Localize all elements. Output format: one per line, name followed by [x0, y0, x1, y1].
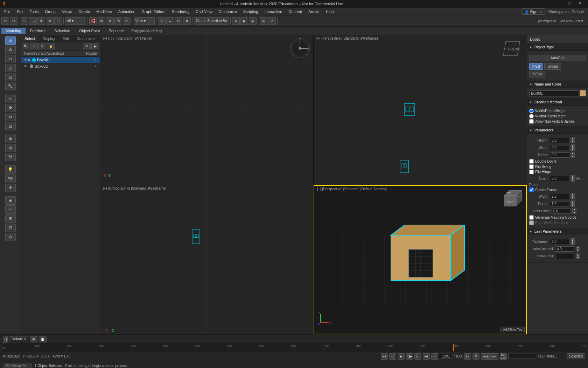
- menu-rendering[interactable]: Rendering: [169, 9, 192, 14]
- generate-mapping-checkbox[interactable]: [529, 215, 534, 220]
- maximize-btn[interactable]: □: [565, 1, 575, 7]
- frame-input[interactable]: [439, 354, 453, 359]
- realworld-map-checkbox[interactable]: [529, 220, 534, 225]
- rotate-btn[interactable]: ↻: [46, 17, 54, 25]
- double-doors-checkbox[interactable]: [529, 159, 534, 164]
- tab-object-paint[interactable]: Object Paint: [75, 28, 104, 34]
- height-up-btn[interactable]: ▲: [570, 137, 575, 140]
- view-dropdown[interactable]: View ▾: [134, 17, 155, 25]
- scene-new-btn[interactable]: ✕: [38, 43, 46, 49]
- next-frame-btn[interactable]: ▷: [414, 353, 421, 360]
- add-time-tag-btn[interactable]: Add Time Tag: [500, 327, 525, 332]
- render-btn[interactable]: ▶: [240, 17, 248, 25]
- frame-prev-btn[interactable]: ◁: [431, 353, 438, 360]
- mirror-btn[interactable]: ⫠: [166, 17, 174, 25]
- width-input[interactable]: [550, 145, 569, 150]
- viewport-ortho[interactable]: [+] [Orthographic] [Standard] [Wireframe…: [100, 185, 313, 335]
- tab-selection[interactable]: Selection: [50, 28, 74, 34]
- menu-animation[interactable]: Animation: [115, 9, 138, 14]
- height-input[interactable]: [550, 138, 569, 143]
- menu-edit[interactable]: Edit: [14, 9, 26, 14]
- material-editor-btn[interactable]: ◈: [249, 17, 257, 25]
- section-parameters-header[interactable]: ▼ Parameters: [527, 127, 588, 134]
- thickness-input[interactable]: [550, 239, 569, 244]
- go-start-btn[interactable]: ⏮: [381, 353, 388, 360]
- frame-depth-up-btn[interactable]: ▲: [570, 200, 575, 204]
- spinner-btn[interactable]: ⟳: [123, 17, 131, 25]
- autogrid-btn[interactable]: AutoGrid: [529, 55, 586, 61]
- bottom-rail-input[interactable]: [555, 254, 574, 259]
- utilities-icon[interactable]: 🔧: [5, 82, 16, 90]
- play-back-btn[interactable]: ◁▶: [406, 353, 413, 360]
- name-input[interactable]: [529, 90, 578, 96]
- scene-render-btn[interactable]: ▶: [91, 43, 99, 49]
- scene-item[interactable]: 👁 ▶ Box001 ✷: [21, 57, 100, 63]
- timeline-ruler[interactable]: 0 100 200 300 400 500 600 700 800 900 10…: [3, 344, 585, 351]
- material-icon[interactable]: ◈: [5, 196, 16, 205]
- menu-tools[interactable]: Tools: [27, 9, 42, 14]
- width-down-btn[interactable]: ▼: [570, 148, 575, 151]
- select-tool-icon[interactable]: ↖: [5, 95, 16, 103]
- layer-props-btn[interactable]: ⊞: [30, 336, 37, 342]
- move-btn[interactable]: ✥: [37, 17, 45, 25]
- menu-file[interactable]: File: [1, 9, 13, 14]
- menu-modifiers[interactable]: Modifiers: [93, 9, 115, 14]
- play-btn[interactable]: ▶: [398, 353, 405, 360]
- section-leaf-header[interactable]: ▼ Leaf Parameters: [527, 228, 588, 235]
- select-region-btn[interactable]: ⬚: [29, 17, 37, 25]
- menu-views[interactable]: Views: [59, 9, 75, 14]
- key-filter-input[interactable]: [508, 354, 536, 359]
- display-icon[interactable]: ⊡: [5, 73, 16, 81]
- menu-help[interactable]: Help: [323, 9, 337, 14]
- hierarchy-icon[interactable]: ⊶: [5, 55, 16, 63]
- create-selection-btn[interactable]: Create Selection Se: [194, 17, 229, 25]
- scene-search-btn[interactable]: 🔍: [22, 43, 29, 49]
- scene-tab-select[interactable]: Select: [21, 35, 39, 42]
- layer-mgr-btn[interactable]: 📋: [39, 336, 47, 342]
- undo-btn[interactable]: ↩: [1, 17, 9, 25]
- depth-up-btn[interactable]: ▲: [570, 152, 575, 155]
- angle-snap-icon[interactable]: ⊗: [5, 144, 16, 152]
- frame-width-up-btn[interactable]: ▲: [570, 193, 575, 196]
- section-creation-method-header[interactable]: ▼ Creation Method: [527, 99, 588, 106]
- sliding-btn[interactable]: Sliding: [544, 63, 561, 70]
- menu-interactive[interactable]: Interactive: [262, 9, 285, 14]
- view-cube[interactable]: FRONT RIGHT TOP: [499, 189, 523, 214]
- snap-3d-icon[interactable]: ⊕: [5, 135, 16, 143]
- tab-freeform[interactable]: Freeform: [26, 28, 50, 34]
- frame-width-down-btn[interactable]: ▼: [570, 196, 575, 199]
- layer-dropdown[interactable]: Default ▾: [9, 336, 28, 342]
- menu-scripting[interactable]: Scripting: [240, 9, 261, 14]
- open-input[interactable]: [550, 176, 569, 181]
- create-icon[interactable]: ⊕: [5, 36, 16, 45]
- width-up-btn[interactable]: ▲: [570, 144, 575, 148]
- bottom-rail-down-btn[interactable]: ▼: [576, 256, 580, 259]
- set-key-btn[interactable]: Set Key: [500, 353, 507, 360]
- helper-icon[interactable]: ✛: [5, 184, 16, 192]
- scene-visible-btn[interactable]: 👁: [83, 43, 91, 49]
- close-btn[interactable]: ✕: [575, 1, 585, 7]
- move-tool-icon[interactable]: ✥: [5, 104, 16, 112]
- height-down-btn[interactable]: ▼: [570, 140, 575, 143]
- expand-panel-btn[interactable]: ◁: [3, 336, 8, 343]
- menu-create[interactable]: Create: [76, 9, 93, 14]
- angle-snap-btn[interactable]: ⊗: [106, 17, 114, 25]
- magnet-btn[interactable]: 🧲: [89, 17, 97, 25]
- percent-snap-icon[interactable]: %: [5, 153, 16, 161]
- frame-depth-input[interactable]: [550, 201, 569, 206]
- align-btn[interactable]: ⊞: [158, 17, 166, 25]
- filter-dropdown[interactable]: All ▾: [65, 17, 86, 25]
- depth-down-btn[interactable]: ▼: [570, 155, 575, 158]
- schematic-icon[interactable]: ⊞: [5, 214, 16, 223]
- minimize-btn[interactable]: ─: [555, 1, 565, 7]
- scene-item[interactable]: 👁 Box002 ✷: [21, 63, 100, 69]
- bottom-rail-up-btn[interactable]: ▲: [576, 253, 580, 256]
- motion-icon[interactable]: ◎: [5, 64, 16, 72]
- array-btn[interactable]: ⊟: [175, 17, 182, 25]
- rotate-tool-icon[interactable]: ↻: [5, 113, 16, 121]
- open-up-btn[interactable]: ▲: [570, 175, 575, 178]
- frame-next-btn[interactable]: ▷: [464, 353, 471, 360]
- layer-btn[interactable]: ⊞: [260, 17, 267, 25]
- xref-icon[interactable]: ⊟: [5, 224, 16, 232]
- viewport-perspective-wire[interactable]: [+] [Perspective] [Standard] [Wireframe]…: [314, 35, 527, 185]
